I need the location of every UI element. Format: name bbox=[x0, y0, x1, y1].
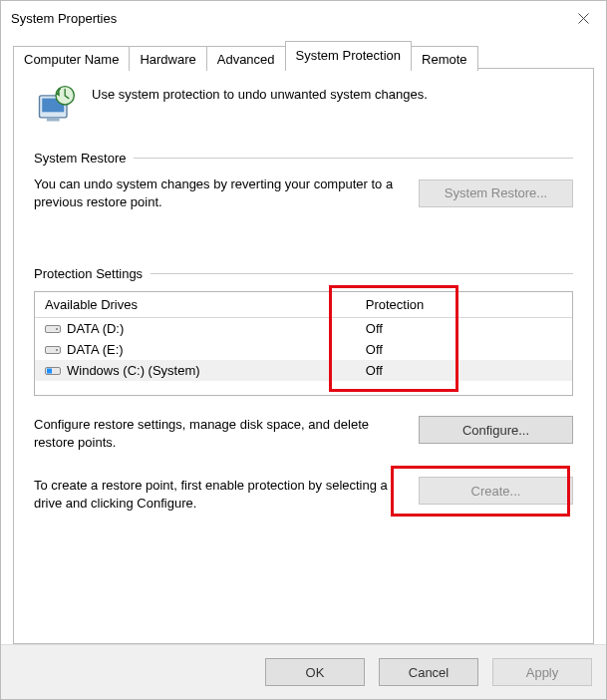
divider bbox=[151, 273, 573, 274]
drive-icon bbox=[45, 323, 61, 335]
tab-advanced[interactable]: Advanced bbox=[206, 46, 286, 71]
create-row: To create a restore point, first enable … bbox=[34, 477, 573, 512]
divider bbox=[134, 158, 573, 159]
system-restore-button[interactable]: System Restore... bbox=[419, 179, 573, 207]
table-row[interactable]: Windows (C:) (System) Off bbox=[35, 360, 572, 381]
svg-rect-7 bbox=[46, 346, 61, 353]
tabstrip: Computer Name Hardware Advanced System P… bbox=[13, 41, 594, 69]
svg-rect-10 bbox=[47, 368, 52, 373]
tab-remote[interactable]: Remote bbox=[411, 46, 478, 71]
group-protection-settings-label: Protection Settings bbox=[34, 266, 143, 281]
group-protection-settings: Protection Settings bbox=[34, 266, 573, 281]
table-row[interactable]: DATA (D:) Off bbox=[35, 318, 572, 339]
configure-description: Configure restore settings, manage disk … bbox=[34, 416, 405, 451]
drive-status: Off bbox=[366, 321, 562, 336]
create-description: To create a restore point, first enable … bbox=[34, 477, 405, 512]
titlebar: System Properties bbox=[1, 1, 606, 35]
drive-icon bbox=[45, 344, 61, 356]
svg-rect-5 bbox=[46, 325, 61, 332]
tab-hardware[interactable]: Hardware bbox=[129, 46, 206, 71]
drive-label: DATA (D:) bbox=[67, 321, 124, 336]
column-available-drives: Available Drives bbox=[45, 297, 366, 312]
restore-description: You can undo system changes by reverting… bbox=[34, 175, 405, 210]
tab-computer-name[interactable]: Computer Name bbox=[13, 46, 130, 71]
cancel-button[interactable]: Cancel bbox=[379, 658, 478, 686]
create-button[interactable]: Create... bbox=[419, 477, 573, 505]
intro-row: Use system protection to undo unwanted s… bbox=[34, 83, 573, 127]
table-row[interactable]: DATA (E:) Off bbox=[35, 339, 572, 360]
drives-table-header: Available Drives Protection bbox=[35, 292, 572, 318]
drives-table: Available Drives Protection DATA (D:) Of… bbox=[34, 291, 573, 396]
system-properties-window: System Properties Computer Name Hardware… bbox=[0, 0, 607, 700]
drive-status: Off bbox=[366, 363, 562, 378]
svg-rect-2 bbox=[47, 118, 60, 122]
configure-button[interactable]: Configure... bbox=[419, 416, 573, 444]
svg-point-6 bbox=[56, 328, 58, 330]
configure-row: Configure restore settings, manage disk … bbox=[34, 416, 573, 451]
window-title: System Properties bbox=[11, 11, 560, 26]
windows-drive-icon bbox=[45, 365, 61, 377]
apply-button[interactable]: Apply bbox=[492, 658, 592, 686]
tab-system-protection[interactable]: System Protection bbox=[285, 41, 413, 69]
drive-status: Off bbox=[366, 342, 562, 357]
dialog-body: Computer Name Hardware Advanced System P… bbox=[1, 35, 606, 644]
close-icon bbox=[578, 13, 589, 24]
close-button[interactable] bbox=[560, 2, 606, 34]
column-protection: Protection bbox=[366, 297, 562, 312]
drive-label: DATA (E:) bbox=[67, 342, 124, 357]
tab-page-system-protection: Use system protection to undo unwanted s… bbox=[13, 68, 594, 644]
intro-text: Use system protection to undo unwanted s… bbox=[92, 83, 428, 102]
svg-point-8 bbox=[56, 349, 58, 351]
ok-button[interactable]: OK bbox=[265, 658, 365, 686]
drive-label: Windows (C:) (System) bbox=[67, 363, 200, 378]
system-restore-icon bbox=[34, 83, 78, 127]
group-system-restore: System Restore bbox=[34, 151, 573, 166]
dialog-footer: OK Cancel Apply bbox=[1, 644, 606, 699]
group-system-restore-label: System Restore bbox=[34, 151, 126, 166]
restore-row: You can undo system changes by reverting… bbox=[34, 175, 573, 210]
